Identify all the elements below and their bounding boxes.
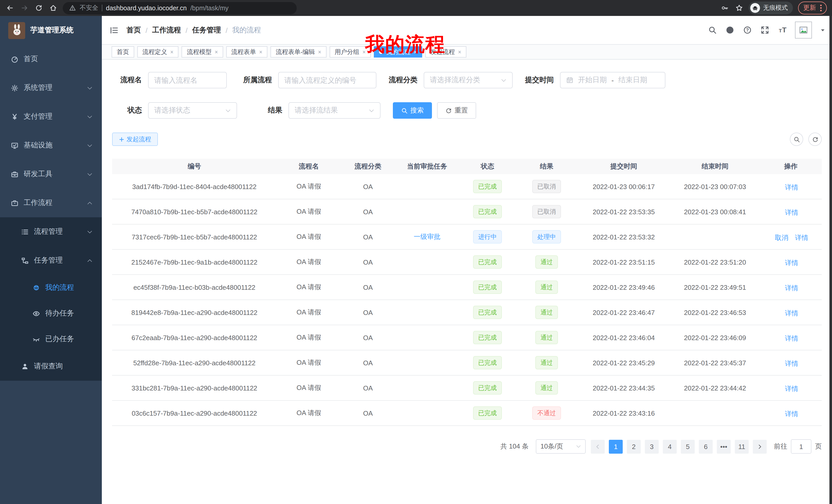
breadcrumb-item[interactable]: 工作流程 [152, 25, 181, 35]
fullscreen-icon[interactable] [760, 25, 770, 35]
app-logo[interactable]: 芋道管理系统 [0, 16, 102, 45]
action-详情[interactable]: 详情 [783, 258, 798, 268]
start-process-button[interactable]: 发起流程 [112, 133, 158, 146]
refresh-table-button[interactable] [808, 133, 822, 146]
action-取消[interactable]: 取消 [773, 233, 788, 242]
status-select[interactable]: 请选择状态 [148, 102, 237, 119]
goto-page-input[interactable] [791, 439, 811, 454]
close-tab-icon[interactable]: × [215, 49, 218, 55]
close-tab-icon[interactable]: × [318, 49, 321, 55]
hamburger-icon[interactable] [109, 25, 119, 35]
tab-流程表单-编辑[interactable]: 流程表单-编辑× [271, 46, 327, 58]
user-avatar[interactable] [795, 22, 812, 38]
date-range-picker[interactable]: 开始日期 - 结束日期 [560, 72, 666, 88]
home-icon[interactable] [48, 3, 58, 12]
browser-update-button[interactable]: 更新 [798, 2, 827, 15]
sidebar-item-首页[interactable]: 首页 [0, 45, 102, 74]
page-button-1[interactable]: 1 [609, 440, 623, 453]
show-search-button[interactable] [790, 133, 803, 146]
chevron-down-icon [576, 444, 581, 449]
status-badge: 进行中 [473, 230, 502, 244]
action-详情[interactable]: 详情 [794, 233, 808, 242]
table-row: 7317cec6-7b9b-11ec-b5b7-acde48001122OA 请… [112, 225, 822, 250]
cell-actions: 详情 [760, 257, 822, 268]
tab-用户分组[interactable]: 用户分组× [330, 46, 371, 58]
cell-id: 3ad174fb-7b9d-11ec-8404-acde48001122 [112, 183, 277, 190]
page-button-11[interactable]: 11 [735, 440, 749, 453]
page-size-select[interactable]: 10条/页 [536, 439, 586, 454]
sidebar-item-研发工具[interactable]: 研发工具 [0, 160, 102, 189]
prev-page-button[interactable] [591, 440, 605, 453]
svg-text:T: T [782, 26, 786, 34]
page-button-4[interactable]: 4 [663, 440, 677, 453]
page-ellipsis[interactable]: ••• [717, 440, 731, 453]
github-icon[interactable] [725, 25, 735, 35]
search-icon[interactable] [707, 25, 717, 35]
status-badge: 已完成 [473, 407, 502, 420]
sidebar-item-label: 首页 [24, 54, 102, 64]
category-select[interactable]: 请选择流程分类 [424, 72, 513, 88]
action-详情[interactable]: 详情 [783, 384, 798, 393]
sidebar-item-支付管理[interactable]: 支付管理 [0, 102, 102, 131]
page-button-3[interactable]: 3 [645, 440, 659, 453]
address-bar[interactable]: 不安全 dashboard.yudao.iocoder.cn/bpm/task/… [63, 2, 297, 14]
sidebar-item-我的流程[interactable]: 我的流程 [0, 275, 102, 301]
table-row: 67c2eaab-7b9a-11ec-a290-acde48001122OA 请… [112, 325, 822, 351]
reload-icon[interactable] [34, 3, 43, 12]
avatar-caret-icon[interactable] [820, 27, 826, 33]
menu-dots-icon[interactable] [820, 5, 822, 11]
key-icon[interactable] [720, 3, 729, 12]
sidebar-item-工作流程[interactable]: 工作流程 [0, 189, 102, 217]
font-size-icon[interactable]: TT [778, 25, 787, 35]
sidebar-item-已办任务[interactable]: 已办任务 [0, 326, 102, 352]
process-def-input[interactable] [278, 72, 376, 88]
cell-category: OA [341, 258, 395, 266]
cell-submit-time: 2022-01-22 23:44:35 [577, 384, 670, 392]
close-tab-icon[interactable]: × [458, 49, 461, 55]
close-tab-icon[interactable]: × [259, 49, 262, 55]
cell-submit-time: 2022-01-22 23:53:35 [577, 208, 670, 216]
plus-icon [119, 136, 125, 142]
result-badge: 已取消 [532, 205, 561, 218]
sidebar-item-请假查询[interactable]: 请假查询 [0, 352, 102, 381]
cell-category: OA [341, 384, 395, 392]
action-详情[interactable]: 详情 [783, 359, 798, 368]
back-icon[interactable] [5, 3, 15, 12]
action-详情[interactable]: 详情 [783, 334, 798, 343]
cell-status: 已完成 [459, 356, 516, 369]
current-task-link[interactable]: 一级审批 [414, 232, 440, 242]
forward-icon[interactable] [20, 3, 29, 12]
reset-button[interactable]: 重置 [437, 102, 476, 119]
action-详情[interactable]: 详情 [783, 283, 798, 292]
action-详情[interactable]: 详情 [783, 309, 798, 318]
page-button-6[interactable]: 6 [699, 440, 713, 453]
tab-流程表单[interactable]: 流程表单× [226, 46, 268, 58]
tab-流程定义[interactable]: 流程定义× [137, 46, 179, 58]
filter-result-label: 结果 [250, 106, 282, 115]
sidebar-item-基础设施[interactable]: 基础设施 [0, 131, 102, 160]
breadcrumb-item[interactable]: 首页 [127, 25, 141, 35]
next-page-button[interactable] [753, 440, 767, 453]
close-tab-icon[interactable]: × [170, 49, 174, 55]
tab-首页[interactable]: 首页 [111, 46, 134, 58]
result-select[interactable]: 请选择流结果 [288, 102, 381, 119]
page-button-2[interactable]: 2 [627, 440, 641, 453]
sidebar-item-任务管理[interactable]: 任务管理 [0, 246, 102, 275]
result-badge: 通过 [535, 281, 558, 294]
window-scrollbar[interactable] [829, 16, 832, 504]
action-详情[interactable]: 详情 [783, 208, 798, 217]
sidebar-item-系统管理[interactable]: 系统管理 [0, 74, 102, 102]
search-button[interactable]: 搜索 [393, 102, 432, 119]
bookmark-star-icon[interactable] [734, 3, 744, 12]
action-详情[interactable]: 详情 [783, 183, 798, 192]
page-button-5[interactable]: 5 [681, 440, 695, 453]
action-详情[interactable]: 详情 [783, 409, 798, 418]
process-name-input[interactable] [148, 72, 227, 88]
sidebar-item-流程管理[interactable]: 流程管理 [0, 217, 102, 246]
tab-流程模型[interactable]: 流程模型× [182, 46, 223, 58]
help-icon[interactable]: ? [743, 25, 752, 35]
breadcrumb-item[interactable]: 任务管理 [192, 25, 221, 35]
table-row: 331bc281-7b9a-11ec-a290-acde48001122OA 请… [112, 375, 822, 401]
sidebar-item-待办任务[interactable]: 待办任务 [0, 301, 102, 326]
flow-tree-icon [21, 256, 29, 264]
